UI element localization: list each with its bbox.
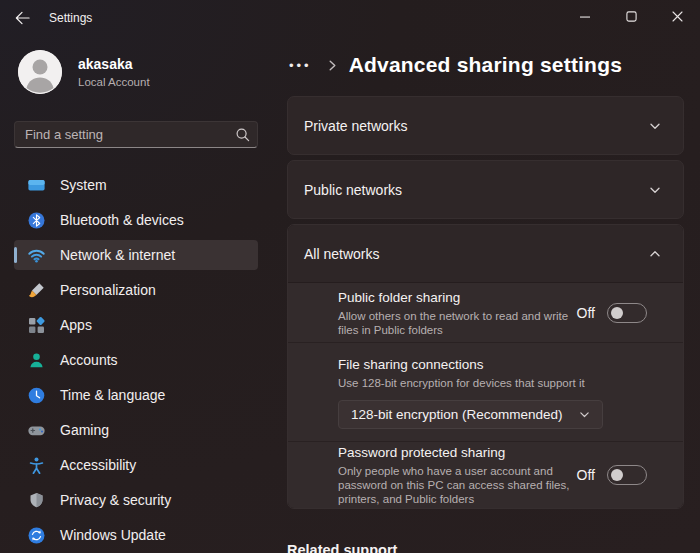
sidebar-item-system[interactable]: System [14,170,258,200]
public-folder-sharing-toggle[interactable]: Off [577,303,647,323]
page-header: ••• Advanced sharing settings [287,50,684,80]
sidebar-item-label: Gaming [60,422,109,438]
setting-password-protected-sharing: Password protected sharing Only people w… [288,442,683,508]
toggle-switch[interactable] [607,303,647,323]
sidebar-item-label: Bluetooth & devices [60,212,184,228]
sidebar-item-privacy-security[interactable]: Privacy & security [14,485,258,515]
sidebar-item-label: Accessibility [60,457,136,473]
expander-title: Public networks [304,182,402,198]
maximize-icon [626,10,637,25]
toggle-switch[interactable] [607,465,647,485]
expander-all-networks[interactable]: All networks [288,225,683,283]
toggle-knob [611,469,623,481]
breadcrumb-chevron-icon [326,59,339,72]
sidebar-item-label: Network & internet [60,247,175,263]
user-name: akasaka [78,56,150,73]
encryption-dropdown[interactable]: 128-bit encryption (Recommended) [338,400,603,429]
sidebar-item-label: Accounts [60,352,118,368]
window-title: Settings [49,11,92,25]
search-input[interactable] [14,121,258,148]
minimize-button[interactable] [562,0,608,34]
system-icon [27,176,46,195]
maximize-button[interactable] [608,0,654,34]
back-arrow-icon [14,10,30,26]
toggle-state-label: Off [577,467,595,483]
minimize-icon [580,10,590,25]
toggle-knob [611,307,623,319]
apps-icon [27,316,46,335]
expander-title: Private networks [304,118,407,134]
personalization-icon [27,281,46,300]
setting-file-sharing-connections: File sharing connections Use 128-bit enc… [288,343,683,442]
setting-description: Allow others on the network to read and … [338,309,577,337]
chevron-up-icon [649,248,661,260]
expander-public-networks[interactable]: Public networks [287,160,684,219]
settings-cards: Private networks Public networks All net… [287,96,684,553]
sidebar: akasaka Local Account System Bluetooth &… [0,36,272,553]
sidebar-item-time-language[interactable]: Time & language [14,380,258,410]
user-account-card[interactable]: akasaka Local Account [18,50,254,94]
titlebar: Settings [0,0,700,36]
sidebar-item-accounts[interactable]: Accounts [14,345,258,375]
windows-update-icon [27,526,46,545]
sidebar-item-label: System [60,177,107,193]
bluetooth-icon [27,211,46,230]
privacy-security-icon [27,491,46,510]
setting-description: Use 128-bit encryption for devices that … [338,376,585,390]
selected-indicator [14,247,17,263]
expander-private-networks[interactable]: Private networks [287,96,684,155]
sidebar-item-personalization[interactable]: Personalization [14,275,258,305]
accessibility-icon [27,456,46,475]
close-icon [672,10,683,25]
gaming-icon [27,421,46,440]
breadcrumb-ellipsis-button[interactable]: ••• [287,56,314,75]
dropdown-selected-value: 128-bit encryption (Recommended) [351,407,563,422]
toggle-state-label: Off [577,305,595,321]
related-support-heading: Related support [287,542,684,553]
search-box [14,121,258,148]
sidebar-nav: System Bluetooth & devices Network & int… [14,170,258,550]
settings-window: Settings akasaka Local Account [0,0,700,553]
network-icon [27,246,46,265]
expander-title: All networks [304,246,379,262]
sidebar-item-label: Privacy & security [60,492,171,508]
sidebar-item-accessibility[interactable]: Accessibility [14,450,258,480]
avatar [18,50,62,94]
sidebar-item-network-internet[interactable]: Network & internet [14,240,258,270]
sidebar-item-bluetooth-devices[interactable]: Bluetooth & devices [14,205,258,235]
main-content: ••• Advanced sharing settings Private ne… [287,36,684,553]
user-account-type: Local Account [78,76,150,88]
sidebar-item-label: Personalization [60,282,156,298]
setting-title: Password protected sharing [338,444,577,461]
sidebar-item-label: Time & language [60,387,165,403]
back-button[interactable] [5,3,39,33]
setting-title: File sharing connections [338,356,585,373]
accounts-icon [27,351,46,370]
chevron-down-icon [579,409,590,420]
sidebar-item-label: Windows Update [60,527,166,543]
time-language-icon [27,386,46,405]
setting-title: Public folder sharing [338,289,577,306]
sidebar-item-apps[interactable]: Apps [14,310,258,340]
setting-description: Only people who have a user account and … [338,464,577,506]
search-icon[interactable] [235,127,250,146]
setting-public-folder-sharing: Public folder sharing Allow others on th… [288,283,683,343]
chevron-down-icon [649,120,661,132]
sidebar-item-windows-update[interactable]: Windows Update [14,520,258,550]
expander-all-networks-group: All networks Public folder sharing Allow… [287,224,684,509]
password-protected-sharing-toggle[interactable]: Off [577,465,647,485]
close-button[interactable] [654,0,700,34]
page-title: Advanced sharing settings [349,53,622,77]
sidebar-item-gaming[interactable]: Gaming [14,415,258,445]
caption-controls [562,0,700,34]
chevron-down-icon [649,184,661,196]
sidebar-item-label: Apps [60,317,92,333]
